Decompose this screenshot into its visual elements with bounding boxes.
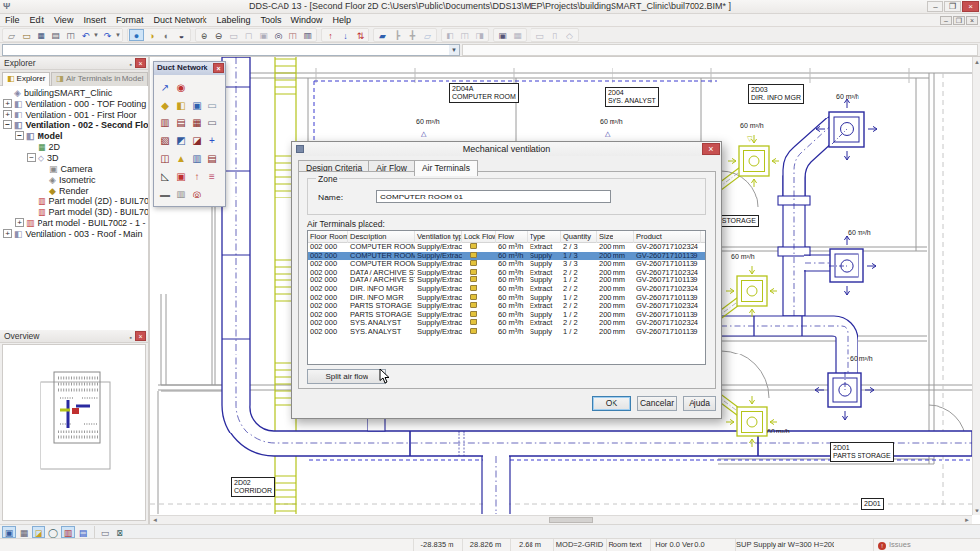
tree-item-part-model-3d-buil7002-1[interactable]: ▥Part model (3D) - BUIL7002 - 1 bbox=[0, 207, 148, 218]
menu-item-format[interactable]: Format bbox=[111, 14, 149, 27]
chevron-down-icon[interactable]: ▼ bbox=[115, 29, 122, 41]
menu-item-view[interactable]: View bbox=[49, 14, 78, 27]
palette-crossing-button[interactable]: + bbox=[204, 132, 220, 148]
tree-item-render[interactable]: ◆Render bbox=[0, 186, 148, 197]
toolbar-properties-button[interactable]: ▥ bbox=[300, 29, 315, 41]
viewbar-levels-button[interactable]: ▤ bbox=[76, 526, 90, 538]
tree-item-buildingsmart-clinic[interactable]: ◈buildingSMART_Clinic bbox=[0, 88, 148, 99]
palette-duct-grille-button[interactable]: ▥ bbox=[189, 150, 204, 166]
mdi-restore-button[interactable]: ❐ bbox=[953, 16, 965, 25]
maximize-button[interactable]: ❐ bbox=[944, 1, 961, 12]
palette-duct-horizontal-button[interactable]: ▭ bbox=[204, 97, 220, 113]
tree-item-3d[interactable]: −◇3D bbox=[0, 153, 148, 164]
toolbar-redo-button[interactable]: ↷ bbox=[100, 29, 115, 41]
toolbar-window-select-button[interactable]: ▭ bbox=[226, 29, 241, 41]
ok-button[interactable]: OK bbox=[592, 396, 631, 411]
toolbar-pan-button[interactable]: ● bbox=[129, 29, 144, 41]
toolbar-save-button[interactable]: ▦ bbox=[34, 29, 48, 41]
tab-explorer[interactable]: ◧Explorer bbox=[2, 72, 50, 86]
expander-icon[interactable]: − bbox=[3, 120, 12, 129]
toolbar-zoom-in-button[interactable]: ⊕ bbox=[197, 29, 211, 41]
table-row[interactable]: 002 000PARTS STORAGESupply/Extract60 m³/… bbox=[308, 311, 705, 320]
dialog-close-icon[interactable]: × bbox=[702, 143, 720, 155]
toolbar-align-left-button[interactable]: ◧ bbox=[443, 29, 457, 41]
menu-item-tools[interactable]: Tools bbox=[255, 14, 286, 27]
toolbar-hide-button[interactable]: ◎ bbox=[271, 29, 286, 41]
column-header-size[interactable]: Size bbox=[597, 231, 634, 243]
viewbar-close-frame-button[interactable]: ⊠ bbox=[113, 526, 126, 538]
scroll-up-icon[interactable]: ▲ bbox=[974, 58, 980, 66]
command-field[interactable] bbox=[462, 44, 978, 56]
menu-item-file[interactable]: File bbox=[0, 14, 25, 27]
tree-item-ventilation-001-first-floor[interactable]: +◧Ventilation - 001 - First Floor bbox=[0, 110, 148, 120]
vertical-scrollbar[interactable]: ▲ ▼ bbox=[972, 57, 980, 515]
table-row[interactable]: 002 000COMPUTER ROOMSupply/Extract60 m³/… bbox=[308, 252, 705, 261]
toolbar-paste-properties-button[interactable]: ▦ bbox=[510, 29, 525, 41]
palette-duct-diffuser-button[interactable]: ▤ bbox=[204, 150, 220, 166]
expander-icon[interactable]: − bbox=[27, 153, 36, 162]
palette-duct-damper-button[interactable]: ◫ bbox=[157, 150, 173, 166]
palette-duct-rect-button[interactable]: ▭ bbox=[204, 115, 220, 130]
toolbar-open-button[interactable]: ▭ bbox=[19, 29, 34, 41]
column-header-type[interactable]: Type bbox=[528, 231, 561, 243]
menu-item-duct-network[interactable]: Duct Network bbox=[148, 14, 211, 27]
palette-notes-button[interactable]: ▥ bbox=[173, 186, 189, 201]
viewbar-slope-button[interactable]: ◪ bbox=[32, 526, 45, 538]
tree-item-part-model-buil7002-1-layout[interactable]: +▥Part model - BUIL7002 - 1 - Layout bbox=[0, 218, 148, 229]
tree-item-isometric[interactable]: ◈Isometric bbox=[0, 175, 148, 186]
column-header-flow[interactable]: Flow bbox=[496, 231, 528, 243]
toolbar-align-center-button[interactable]: ◫ bbox=[457, 29, 472, 41]
menu-item-window[interactable]: Window bbox=[286, 14, 327, 27]
palette-measure-angle-button[interactable]: ◺ bbox=[157, 168, 173, 184]
ajuda-button[interactable]: Ajuda bbox=[683, 396, 716, 411]
viewbar-grid-button[interactable]: ▦ bbox=[17, 526, 31, 538]
table-row[interactable]: 002 000COMPUTER ROOMSupply/Extract60 m³/… bbox=[308, 243, 705, 252]
command-combobox[interactable]: ▼ bbox=[2, 44, 460, 56]
toolbar-duct-draw-button[interactable]: ▰ bbox=[375, 29, 390, 41]
palette-air-terminal-button[interactable]: ▲ bbox=[173, 150, 189, 166]
cancelar-button[interactable]: Cancelar bbox=[637, 396, 677, 411]
tree-item-camera[interactable]: ▣Camera bbox=[0, 164, 148, 175]
palette-draw-duct-button[interactable]: ↗ bbox=[157, 79, 173, 95]
chevron-down-icon[interactable]: ▼ bbox=[449, 45, 459, 55]
toolbar-move-up-button[interactable]: ↑ bbox=[323, 29, 338, 41]
table-header[interactable]: Floor RoomDescriptionVentilation typeLoc… bbox=[308, 231, 705, 243]
palette-fitting-reducer-button[interactable]: ◧ bbox=[173, 97, 189, 113]
toolbar-page-setup-button[interactable]: ◫ bbox=[63, 29, 78, 41]
horizontal-scrollbar[interactable]: ◄ ► bbox=[150, 515, 972, 524]
mdi-close-button[interactable]: × bbox=[966, 16, 978, 25]
expander-icon[interactable]: + bbox=[15, 218, 24, 227]
palette-end-cap-button[interactable]: ◉ bbox=[173, 79, 189, 95]
expander-icon[interactable]: − bbox=[15, 131, 24, 140]
column-header-floor-room[interactable]: Floor Room bbox=[308, 231, 348, 243]
toolbar-undo-button[interactable]: ↶ bbox=[78, 29, 93, 41]
toolbar-zoom-window-button[interactable]: ◐ bbox=[159, 29, 174, 41]
table-row[interactable]: 002 000SYS. ANALYSTSupply/Extract60 m³/h… bbox=[308, 328, 705, 337]
tab-air-terminals-in-model[interactable]: ◨Air Terminals in Model bbox=[51, 72, 148, 86]
palette-duct-seg-b-button[interactable]: ◩ bbox=[173, 132, 189, 148]
viewbar-frame-button[interactable]: ▭ bbox=[98, 526, 112, 538]
toolbar-zoom-realtime-button[interactable]: ◑ bbox=[144, 29, 159, 41]
dialog-title-bar[interactable]: Mechanical ventilation × bbox=[292, 142, 721, 156]
palette-duct-flex-button[interactable]: ▤ bbox=[173, 115, 189, 130]
column-header-description[interactable]: Description bbox=[348, 231, 415, 243]
overview-close-icon[interactable]: × bbox=[135, 331, 146, 341]
table-row[interactable]: 002 000PARTS STORAGESupply/Extract60 m³/… bbox=[308, 302, 705, 311]
table-row[interactable]: 002 000DATA / ARCHIVE ST...Supply/Extrac… bbox=[308, 276, 705, 285]
issues-button[interactable]: !Issues bbox=[873, 539, 933, 551]
viewbar-select-button[interactable]: ▣ bbox=[2, 526, 16, 538]
toolbar-new-button[interactable]: ▱ bbox=[4, 29, 19, 41]
minimize-button[interactable]: – bbox=[927, 1, 943, 12]
expander-icon[interactable]: + bbox=[3, 110, 12, 118]
tree-item-ventilation-002-second-floor[interactable]: −◧Ventilation - 002 - Second Floor bbox=[0, 120, 148, 131]
column-header-ventilation-type[interactable]: Ventilation type bbox=[415, 231, 462, 243]
expander-icon[interactable]: + bbox=[3, 229, 12, 238]
table-row[interactable]: 002 000COMPUTER ROOMSupply/Extract60 m³/… bbox=[308, 260, 705, 269]
toolbar-swap-levels-button[interactable]: ⇅ bbox=[353, 29, 368, 41]
toolbar-viewport-button[interactable]: ▣ bbox=[256, 29, 271, 41]
toolbar-view-iso-button[interactable]: ◇ bbox=[562, 29, 577, 41]
tree-item-ventilation-003-roof-main[interactable]: +◧Ventilation - 003 - Roof - Main bbox=[0, 229, 148, 240]
split-air-flow-button[interactable]: Split air flow bbox=[307, 369, 386, 384]
tree-item-ventilation-000-tof-footing[interactable]: +◧Ventilation - 000 - TOF Footing bbox=[0, 99, 148, 110]
tree-item-model[interactable]: −◧Model bbox=[0, 131, 148, 142]
